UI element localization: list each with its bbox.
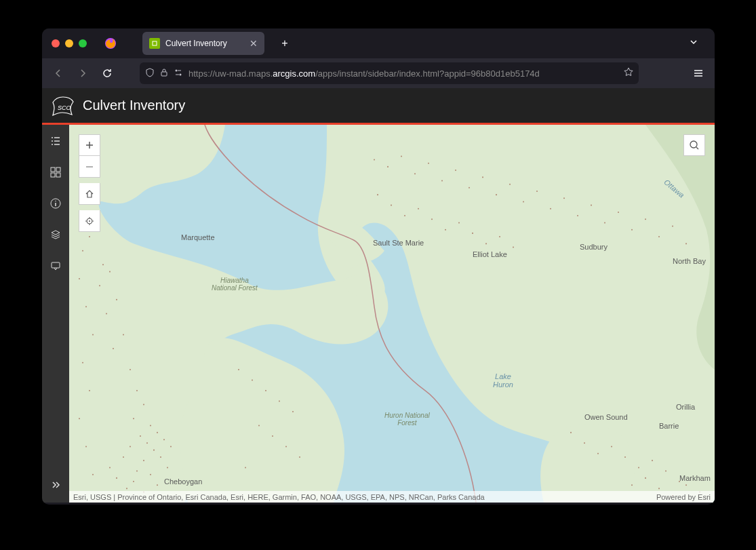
info-button[interactable]	[47, 195, 64, 212]
svg-point-23	[143, 404, 144, 406]
svg-point-29	[163, 439, 165, 440]
back-button[interactable]	[47, 62, 69, 84]
bookmark-star-icon[interactable]	[624, 67, 633, 79]
svg-point-21	[130, 369, 131, 370]
svg-point-87	[665, 471, 667, 472]
svg-point-101	[272, 435, 273, 437]
firefox-icon	[104, 37, 117, 50]
attribution-powered: Powered by Esri	[656, 493, 711, 501]
map-canvas	[69, 125, 715, 503]
layers-button[interactable]	[47, 227, 64, 243]
svg-point-113	[85, 446, 87, 447]
svg-text:SCO: SCO	[58, 104, 71, 111]
svg-point-110	[82, 362, 83, 364]
label-owensound: Owen Sound	[584, 413, 628, 421]
tabs-dropdown-button[interactable]	[689, 37, 698, 50]
svg-point-82	[597, 453, 599, 454]
permissions-icon	[174, 68, 183, 79]
map-controls	[79, 134, 100, 232]
svg-rect-12	[52, 262, 60, 268]
svg-point-5	[180, 73, 182, 75]
svg-rect-9	[51, 173, 55, 177]
url-bar[interactable]: https://uw-mad.maps.arcgis.com/apps/inst…	[140, 62, 639, 84]
svg-point-107	[79, 278, 80, 279]
zoom-out-button[interactable]	[79, 156, 100, 178]
titlebar: Culvert Inventory ✕ +	[42, 28, 715, 58]
attribution-sources: Esri, USGS | Province of Ontario, Esri C…	[73, 493, 656, 501]
label-orillia: Orillia	[676, 403, 695, 411]
svg-point-19	[123, 334, 124, 335]
svg-point-105	[89, 236, 90, 237]
svg-point-72	[418, 208, 419, 210]
map-attribution: Esri, USGS | Province of Ontario, Esri C…	[69, 491, 715, 503]
svg-point-58	[550, 208, 551, 210]
svg-point-15	[109, 271, 111, 273]
svg-point-38	[150, 474, 151, 475]
label-barrie: Barrie	[659, 422, 679, 430]
minimize-window-button[interactable]	[65, 39, 73, 47]
svg-point-24	[133, 418, 134, 419]
maximize-window-button[interactable]	[79, 39, 87, 47]
svg-point-50	[441, 180, 443, 181]
sidebar	[42, 125, 69, 503]
menu-button[interactable]	[688, 62, 709, 84]
tab-close-button[interactable]: ✕	[250, 38, 258, 49]
svg-point-68	[685, 243, 687, 244]
browser-window: Culvert Inventory ✕ + htt	[42, 28, 715, 505]
svg-point-33	[143, 460, 144, 461]
svg-point-94	[631, 484, 633, 486]
svg-point-65	[645, 218, 646, 220]
svg-point-96	[252, 379, 253, 380]
svg-point-83	[611, 446, 612, 447]
label-northbay: North Bay	[673, 257, 706, 265]
svg-point-64	[631, 229, 633, 231]
popup-button[interactable]	[47, 258, 64, 274]
svg-point-27	[157, 432, 158, 433]
shield-icon	[145, 68, 155, 79]
expand-sidebar-button[interactable]	[47, 477, 64, 493]
svg-point-56	[523, 201, 524, 202]
new-tab-button[interactable]: +	[275, 34, 294, 53]
forward-button[interactable]	[72, 62, 94, 84]
browser-tab[interactable]: Culvert Inventory ✕	[142, 32, 264, 55]
svg-point-81	[584, 442, 585, 444]
map-viewport[interactable]: Marquette Sault Ste Marie Elliot Lake Su…	[69, 125, 715, 503]
svg-point-111	[89, 390, 90, 391]
svg-point-44	[109, 467, 111, 468]
svg-point-77	[485, 243, 487, 244]
svg-point-30	[153, 450, 155, 451]
svg-point-114	[92, 474, 94, 475]
tab-favicon-icon	[149, 38, 160, 49]
locate-button[interactable]	[79, 210, 100, 232]
svg-point-57	[536, 191, 538, 192]
svg-rect-10	[56, 173, 60, 177]
zoom-in-button[interactable]	[79, 134, 100, 156]
reload-button[interactable]	[96, 62, 118, 84]
search-button[interactable]	[683, 134, 705, 156]
svg-point-102	[285, 446, 287, 447]
svg-point-63	[618, 212, 619, 213]
basemap-button[interactable]	[47, 164, 64, 180]
svg-point-17	[116, 299, 117, 300]
svg-point-78	[499, 236, 500, 237]
svg-point-69	[377, 194, 378, 195]
window-controls	[52, 39, 87, 47]
svg-point-31	[170, 446, 172, 447]
svg-point-18	[106, 313, 107, 314]
app-title: Culvert Inventory	[83, 98, 185, 113]
svg-point-37	[136, 471, 138, 472]
label-cheboygan: Cheboygan	[164, 477, 202, 486]
svg-point-43	[116, 477, 117, 479]
legend-button[interactable]	[47, 133, 64, 149]
svg-point-55	[509, 184, 511, 185]
svg-point-28	[146, 442, 148, 444]
close-window-button[interactable]	[52, 39, 60, 47]
svg-point-74	[445, 229, 446, 231]
home-button[interactable]	[79, 183, 100, 205]
label-sault: Sault Ste Marie	[373, 239, 424, 247]
svg-point-86	[652, 460, 653, 461]
svg-point-36	[123, 456, 124, 458]
app-header: SCO Culvert Inventory	[42, 88, 715, 125]
app-content: Marquette Sault Ste Marie Elliot Lake Su…	[42, 125, 715, 503]
svg-point-32	[160, 456, 161, 458]
